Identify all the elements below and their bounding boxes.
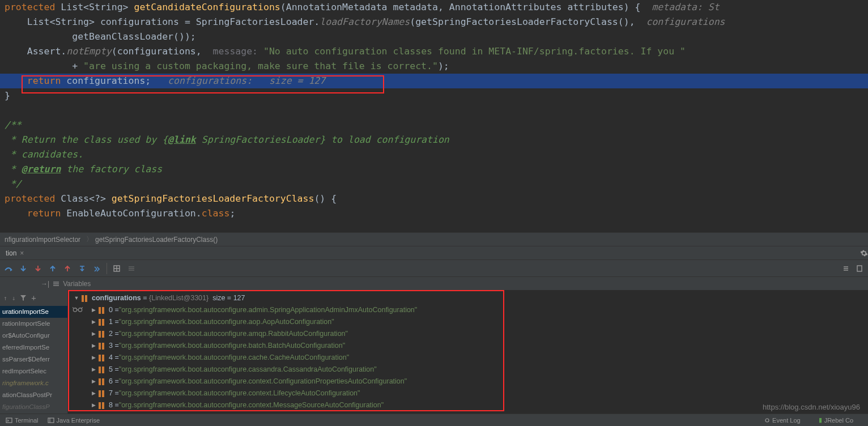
stack-frame[interactable]: rationImportSele bbox=[0, 318, 67, 330]
gear-icon[interactable] bbox=[860, 249, 868, 257]
jrebel-button[interactable]: ▮ JRebel Co bbox=[819, 416, 853, 424]
java-enterprise-button[interactable]: Java Enterprise bbox=[48, 417, 100, 424]
stack-frame[interactable]: ationClassPostPr bbox=[0, 389, 67, 401]
stack-frame[interactable]: ringframework.c bbox=[0, 377, 67, 389]
list-view-icon[interactable] bbox=[126, 263, 137, 274]
breadcrumb[interactable]: nfigurationImportSelector 〉 getSpringFac… bbox=[0, 232, 868, 246]
svg-point-18 bbox=[765, 419, 769, 422]
tree-item[interactable]: ▶7 = "org.springframework.boot.autoconfi… bbox=[70, 387, 868, 399]
tree-item[interactable]: ▶8 = "org.springframework.boot.autoconfi… bbox=[70, 399, 868, 411]
tab-debug[interactable]: tion× bbox=[0, 246, 28, 259]
layout-icon[interactable] bbox=[841, 263, 851, 274]
chevron-right-icon[interactable]: ▶ bbox=[90, 304, 97, 316]
tree-root[interactable]: ▼ configurations = {LinkedList@3301} siz… bbox=[70, 292, 868, 304]
force-step-into-icon[interactable] bbox=[33, 263, 43, 274]
chevron-down-icon[interactable]: ▼ bbox=[73, 292, 80, 304]
chevron-right-icon: 〉 bbox=[86, 235, 93, 244]
close-icon[interactable]: × bbox=[20, 249, 24, 257]
stack-frame[interactable]: urationImportSe bbox=[0, 306, 67, 318]
variables-icon bbox=[53, 281, 59, 287]
step-over-icon[interactable] bbox=[3, 263, 14, 274]
chevron-right-icon[interactable]: ▶ bbox=[90, 364, 97, 376]
frames-panel: ↑ ↓ + urationImportSe rationImportSele o… bbox=[0, 290, 68, 419]
up-icon[interactable]: ↑ bbox=[3, 295, 7, 302]
chevron-right-icon[interactable]: ▶ bbox=[90, 352, 97, 364]
down-icon[interactable]: ↓ bbox=[12, 295, 16, 302]
event-log-button[interactable]: Event Log bbox=[764, 416, 801, 424]
code-editor[interactable]: protected List<String> getCandidateConfi… bbox=[0, 0, 868, 232]
debug-toolbar bbox=[0, 259, 868, 276]
tree-item[interactable]: ▶2 = "org.springframework.boot.autoconfi… bbox=[70, 328, 868, 340]
chevron-right-icon[interactable]: ▶ bbox=[90, 328, 97, 340]
variables-tree[interactable]: ▼ configurations = {LinkedList@3301} siz… bbox=[68, 290, 868, 419]
svg-rect-16 bbox=[48, 418, 54, 423]
stack-frame[interactable]: eferredImportSe bbox=[0, 342, 67, 353]
chevron-right-icon[interactable]: ▶ bbox=[90, 387, 97, 399]
arrow-right-icon: →| bbox=[41, 280, 49, 288]
tree-item[interactable]: ▶1 = "org.springframework.boot.autoconfi… bbox=[70, 316, 868, 328]
settings-icon[interactable] bbox=[854, 263, 865, 274]
chevron-right-icon[interactable]: ▶ bbox=[90, 340, 97, 352]
terminal-button[interactable]: Terminal bbox=[6, 417, 39, 424]
chevron-right-icon[interactable]: ▶ bbox=[90, 316, 97, 328]
tree-item[interactable]: ▶6 = "org.springframework.boot.autoconfi… bbox=[70, 376, 868, 387]
status-bar: Terminal Java Enterprise Event Log ▮ JRe… bbox=[0, 414, 868, 426]
step-out-icon[interactable] bbox=[48, 263, 58, 274]
svg-rect-9 bbox=[857, 266, 862, 271]
plus-icon[interactable]: + bbox=[31, 293, 36, 303]
stack-frame[interactable]: or$AutoConfigur bbox=[0, 330, 67, 342]
svg-rect-15 bbox=[6, 418, 12, 423]
tree-item[interactable]: ▶5 = "org.springframework.boot.autoconfi… bbox=[70, 364, 868, 376]
drop-frame-icon[interactable] bbox=[62, 263, 73, 274]
filter-icon[interactable] bbox=[20, 295, 27, 301]
tree-item[interactable]: ▶0 = "org.springframework.boot.autoconfi… bbox=[70, 304, 868, 316]
debug-panel: ↑ ↓ + urationImportSe rationImportSele o… bbox=[0, 290, 868, 419]
tree-item[interactable]: ▶3 = "org.springframework.boot.autoconfi… bbox=[70, 340, 868, 352]
stack-frame[interactable]: redImportSelec bbox=[0, 365, 67, 377]
breakpoint-line[interactable]: return configurations; configurations: s… bbox=[0, 74, 868, 88]
chevron-right-icon[interactable]: ▶ bbox=[90, 399, 97, 411]
chevron-right-icon[interactable]: ▶ bbox=[90, 376, 97, 387]
run-to-cursor-icon[interactable] bbox=[77, 263, 87, 274]
table-view-icon[interactable] bbox=[112, 263, 122, 274]
stack-frame[interactable]: ssParser$Deferr bbox=[0, 353, 67, 365]
tree-item[interactable]: ▶4 = "org.springframework.boot.autoconfi… bbox=[70, 352, 868, 364]
step-into-icon[interactable] bbox=[18, 263, 28, 274]
variables-header: →| Variables bbox=[0, 276, 868, 290]
debug-tabbar: tion× bbox=[0, 246, 868, 259]
stack-frame[interactable]: figurationClassP bbox=[0, 401, 67, 413]
evaluate-icon[interactable] bbox=[92, 263, 102, 274]
